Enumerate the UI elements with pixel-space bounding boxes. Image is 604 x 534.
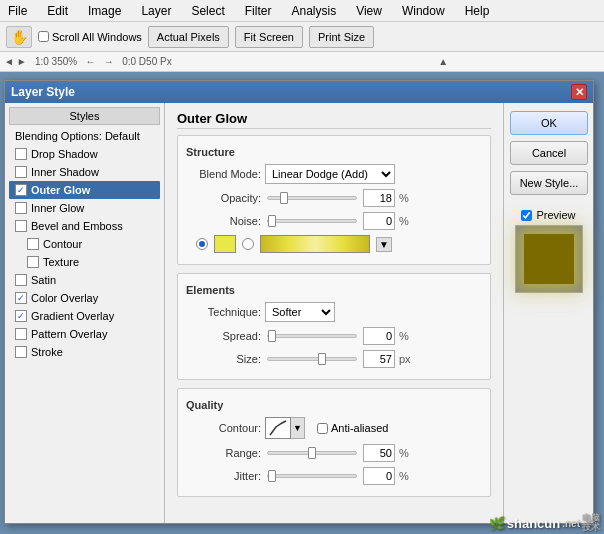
style-item-inner-glow[interactable]: Inner Glow [9, 199, 160, 217]
stroke-checkbox[interactable] [15, 346, 27, 358]
contour-control: ▼ [265, 417, 305, 439]
gradient-dropdown-icon[interactable]: ▼ [376, 237, 392, 252]
quality-title: Quality [186, 399, 482, 411]
opacity-label: Opacity: [186, 192, 261, 204]
preview-checkbox[interactable] [521, 210, 532, 221]
style-item-gradient-overlay[interactable]: ✓ Gradient Overlay [9, 307, 160, 325]
texture-label: Texture [43, 256, 79, 268]
style-item-inner-shadow[interactable]: Inner Shadow [9, 163, 160, 181]
size-thumb[interactable] [318, 353, 326, 365]
menu-analysis[interactable]: Analysis [287, 3, 340, 19]
inner-shadow-label: Inner Shadow [31, 166, 99, 178]
cancel-button[interactable]: Cancel [510, 141, 588, 165]
blend-mode-select[interactable]: Linear Dodge (Add) [265, 164, 395, 184]
texture-checkbox[interactable] [27, 256, 39, 268]
jitter-unit: % [399, 470, 415, 482]
spread-slider[interactable] [267, 334, 357, 338]
elements-title: Elements [186, 284, 482, 296]
contour-preview[interactable] [265, 417, 291, 439]
contour-checkbox[interactable] [27, 238, 39, 250]
menu-view[interactable]: View [352, 3, 386, 19]
color-gradient-row: ▼ [186, 235, 482, 253]
style-item-outer-glow[interactable]: ✓ Outer Glow [9, 181, 160, 199]
menu-layer[interactable]: Layer [137, 3, 175, 19]
style-item-drop-shadow[interactable]: Drop Shadow [9, 145, 160, 163]
contour-svg [268, 419, 288, 437]
style-item-stroke[interactable]: Stroke [9, 343, 160, 361]
menu-bar: File Edit Image Layer Select Filter Anal… [0, 0, 604, 22]
menu-window[interactable]: Window [398, 3, 449, 19]
style-item-texture[interactable]: Texture [9, 253, 160, 271]
style-item-color-overlay[interactable]: ✓ Color Overlay [9, 289, 160, 307]
print-size-btn[interactable]: Print Size [309, 26, 374, 48]
menu-file[interactable]: File [4, 3, 31, 19]
styles-panel: Styles Blending Options: Default Drop Sh… [5, 103, 165, 523]
satin-checkbox[interactable] [15, 274, 27, 286]
drop-shadow-checkbox[interactable] [15, 148, 27, 160]
bevel-emboss-checkbox[interactable] [15, 220, 27, 232]
style-item-contour[interactable]: Contour [9, 235, 160, 253]
menu-image[interactable]: Image [84, 3, 125, 19]
jitter-thumb[interactable] [268, 470, 276, 482]
noise-thumb[interactable] [268, 215, 276, 227]
jitter-slider[interactable] [267, 474, 357, 478]
hand-tool-icon[interactable]: ✋ [6, 26, 32, 48]
scroll-all-check[interactable]: Scroll All Windows [38, 31, 142, 43]
blending-options-item[interactable]: Blending Options: Default [9, 127, 160, 145]
noise-slider[interactable] [267, 219, 357, 223]
watermark-suffix: .net [562, 518, 580, 529]
outer-glow-checkbox[interactable]: ✓ [15, 184, 27, 196]
style-item-bevel-emboss[interactable]: Bevel and Emboss [9, 217, 160, 235]
range-thumb[interactable] [308, 447, 316, 459]
structure-section: Structure Blend Mode: Linear Dodge (Add)… [177, 135, 491, 265]
color-swatch[interactable] [214, 235, 236, 253]
range-value[interactable]: 50 [363, 444, 395, 462]
outer-glow-label: Outer Glow [31, 184, 90, 196]
drop-shadow-label: Drop Shadow [31, 148, 98, 160]
range-unit: % [399, 447, 415, 459]
menu-edit[interactable]: Edit [43, 3, 72, 19]
opacity-row: Opacity: 18 % [186, 189, 482, 207]
opacity-value[interactable]: 18 [363, 189, 395, 207]
menu-filter[interactable]: Filter [241, 3, 276, 19]
spread-thumb[interactable] [268, 330, 276, 342]
anti-alias-check[interactable]: Anti-aliased [317, 422, 388, 434]
watermark-text: shancun [507, 516, 560, 531]
menu-help[interactable]: Help [461, 3, 494, 19]
inner-shadow-checkbox[interactable] [15, 166, 27, 178]
size-value[interactable]: 57 [363, 350, 395, 368]
size-label: Size: [186, 353, 261, 365]
noise-value[interactable]: 0 [363, 212, 395, 230]
gradient-bar[interactable] [260, 235, 370, 253]
spread-row: Spread: 0 % [186, 327, 482, 345]
contour-dropdown-icon[interactable]: ▼ [291, 417, 305, 439]
color-overlay-checkbox[interactable]: ✓ [15, 292, 27, 304]
toolbar: ✋ Scroll All Windows Actual Pixels Fit S… [0, 22, 604, 52]
spread-label: Spread: [186, 330, 261, 342]
close-icon[interactable]: ✕ [571, 84, 587, 100]
menu-select[interactable]: Select [187, 3, 228, 19]
gradient-radio[interactable] [242, 238, 254, 250]
elements-section: Elements Technique: Softer Precise Sprea… [177, 273, 491, 380]
gradient-overlay-checkbox[interactable]: ✓ [15, 310, 27, 322]
technique-select[interactable]: Softer Precise [265, 302, 335, 322]
style-item-satin[interactable]: Satin [9, 271, 160, 289]
pattern-overlay-checkbox[interactable] [15, 328, 27, 340]
inner-glow-checkbox[interactable] [15, 202, 27, 214]
style-item-pattern-overlay[interactable]: Pattern Overlay [9, 325, 160, 343]
noise-row: Noise: 0 % [186, 212, 482, 230]
preview-box [515, 225, 583, 293]
range-slider[interactable] [267, 451, 357, 455]
actual-pixels-btn[interactable]: Actual Pixels [148, 26, 229, 48]
fit-screen-btn[interactable]: Fit Screen [235, 26, 303, 48]
inner-glow-label: Inner Glow [31, 202, 84, 214]
size-slider[interactable] [267, 357, 357, 361]
opacity-thumb[interactable] [280, 192, 288, 204]
layer-style-dialog: Layer Style ✕ Styles Blending Options: D… [4, 80, 594, 524]
spread-value[interactable]: 0 [363, 327, 395, 345]
color-radio[interactable] [196, 238, 208, 250]
jitter-value[interactable]: 0 [363, 467, 395, 485]
ok-button[interactable]: OK [510, 111, 588, 135]
opacity-slider[interactable] [267, 196, 357, 200]
new-style-button[interactable]: New Style... [510, 171, 588, 195]
